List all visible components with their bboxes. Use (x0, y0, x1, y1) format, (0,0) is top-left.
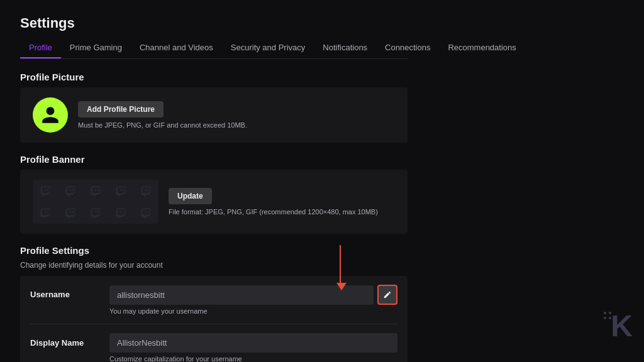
twitch-icon (40, 207, 51, 219)
twitch-icon (140, 207, 152, 219)
banner-cell (133, 202, 158, 224)
tab-prime-gaming[interactable]: Prime Gaming (61, 38, 131, 58)
tabs-nav: Profile Prime Gaming Channel and Videos … (20, 38, 408, 59)
profile-banner-section-title: Profile Banner (20, 154, 408, 165)
profile-settings-form: Username You may update your username Di… (20, 276, 408, 362)
banner-cell (58, 180, 83, 202)
banner-cell (58, 202, 83, 224)
twitch-icon (115, 207, 126, 219)
banner-cell (83, 180, 108, 202)
username-field-row: Username You may update your username (30, 276, 397, 324)
banner-cell (83, 202, 108, 224)
profile-settings-section-title: Profile Settings (20, 245, 408, 256)
twitch-icon (90, 207, 101, 219)
tab-connections[interactable]: Connections (376, 38, 439, 58)
profile-picture-section-title: Profile Picture (20, 72, 408, 82)
username-label: Username (30, 285, 99, 299)
banner-preview (33, 180, 158, 224)
watermark-letter: K (611, 309, 631, 343)
tab-recommendations[interactable]: Recommendations (439, 38, 525, 58)
add-profile-picture-button[interactable]: Add Profile Picture (78, 101, 164, 118)
tab-notifications[interactable]: Notifications (314, 38, 376, 58)
twitch-icon (65, 185, 76, 197)
username-hint: You may update your username (109, 307, 397, 315)
twitch-icon (90, 185, 101, 197)
profile-settings-subtitle: Change identifying details for your acco… (20, 261, 408, 270)
banner-cell (133, 180, 158, 202)
banner-cell (33, 202, 58, 224)
display-name-input[interactable] (109, 333, 397, 353)
update-banner-button[interactable]: Update (169, 188, 212, 204)
banner-cell (108, 180, 133, 202)
banner-cell (33, 180, 58, 202)
pencil-icon (383, 290, 392, 299)
edit-username-button[interactable] (377, 285, 397, 305)
tab-channel-and-videos[interactable]: Channel and Videos (131, 38, 222, 58)
display-name-field-row: Display Name Customize capitalization fo… (30, 324, 397, 362)
watermark-dots (604, 312, 611, 319)
profile-banner-card: Update File format: JPEG, PNG, GIF (reco… (20, 170, 408, 234)
user-icon (40, 105, 60, 125)
banner-cell (108, 202, 133, 224)
tab-security-and-privacy[interactable]: Security and Privacy (222, 38, 314, 58)
page-title: Settings (20, 15, 408, 31)
display-name-label: Display Name (30, 333, 99, 348)
tab-profile[interactable]: Profile (20, 38, 61, 58)
profile-banner-hint: File format: JPEG, PNG, GIF (recommended… (169, 208, 378, 216)
twitch-icon (40, 185, 51, 197)
profile-picture-card: Add Profile Picture Must be JPEG, PNG, o… (20, 87, 408, 143)
avatar (33, 97, 68, 133)
username-input[interactable] (109, 285, 374, 305)
twitch-icon (65, 207, 76, 219)
display-name-hint: Customize capitalization for your userna… (109, 355, 397, 362)
twitch-icon (140, 185, 152, 197)
profile-picture-hint: Must be JPEG, PNG, or GIF and cannot exc… (78, 121, 247, 129)
twitch-icon (115, 185, 126, 197)
